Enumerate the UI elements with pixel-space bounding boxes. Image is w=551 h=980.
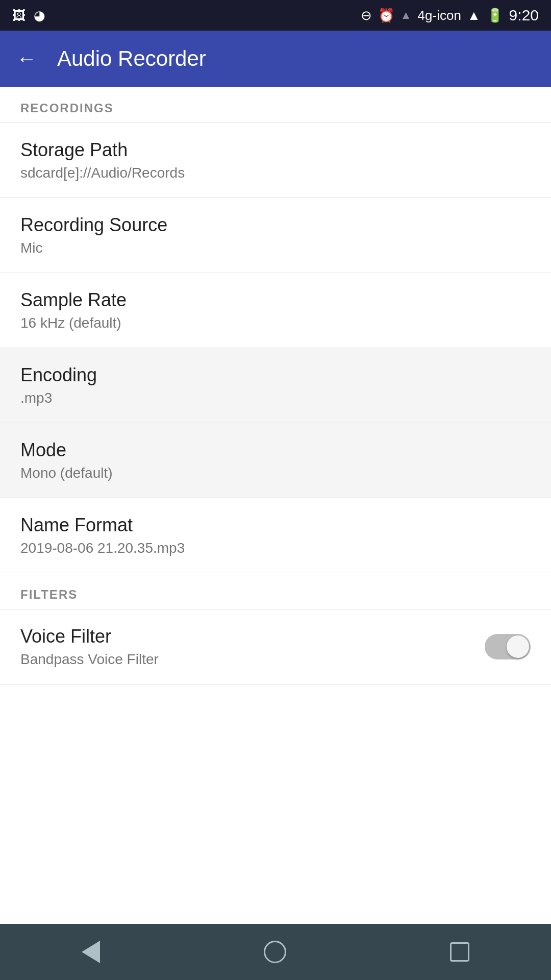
alarm-icon: ⏰ — [378, 8, 394, 23]
settings-item-mode[interactable]: Mode Mono (default) — [0, 423, 551, 498]
nav-home-button[interactable] — [264, 941, 286, 963]
voice-filter-text: Voice Filter Bandpass Voice Filter — [20, 626, 159, 668]
sample-rate-text: Sample Rate 16 kHz (default) — [20, 289, 127, 331]
section-recordings-header: RECORDINGS — [0, 87, 551, 123]
name-format-text: Name Format 2019-08-06 21.20.35.mp3 — [20, 514, 185, 556]
name-format-title: Name Format — [20, 514, 185, 536]
battery-icon: 🔋 — [487, 8, 503, 23]
settings-item-recording-source[interactable]: Recording Source Mic — [0, 198, 551, 273]
settings-item-sample-rate[interactable]: Sample Rate 16 kHz (default) — [0, 273, 551, 348]
recents-square-icon — [450, 942, 469, 962]
section-recordings-label: RECORDINGS — [20, 101, 114, 115]
back-triangle-icon — [82, 941, 100, 963]
app-bar-title: Audio Recorder — [57, 46, 206, 71]
settings-item-voice-filter[interactable]: Voice Filter Bandpass Voice Filter — [0, 609, 551, 684]
status-time: 9:20 — [509, 7, 539, 24]
signal-bars-icon: ▲ — [467, 8, 481, 23]
storage-path-title: Storage Path — [20, 139, 185, 161]
back-button[interactable]: ← — [16, 48, 37, 69]
4g-label: 4g-icon — [418, 8, 461, 23]
image-icon: 🖼 — [12, 8, 26, 23]
recording-source-subtitle: Mic — [20, 240, 167, 256]
mode-subtitle: Mono (default) — [20, 465, 113, 481]
dnd-icon: ⊖ — [361, 8, 372, 23]
voice-filter-title: Voice Filter — [20, 626, 159, 647]
status-bar-left-icons: 🖼 ◕ — [12, 8, 45, 23]
voice-filter-toggle[interactable] — [485, 634, 531, 659]
encoding-title: Encoding — [20, 364, 97, 386]
section-filters-header: FILTERS — [0, 573, 551, 609]
nav-bar — [0, 924, 551, 980]
recording-source-text: Recording Source Mic — [20, 214, 167, 256]
sample-rate-subtitle: 16 kHz (default) — [20, 315, 127, 331]
settings-content: RECORDINGS Storage Path sdcard[e]://Audi… — [0, 87, 551, 924]
voice-filter-subtitle: Bandpass Voice Filter — [20, 651, 159, 668]
settings-item-encoding[interactable]: Encoding .mp3 — [0, 348, 551, 423]
loading-icon: ◕ — [34, 8, 45, 23]
mode-text: Mode Mono (default) — [20, 439, 113, 481]
nav-back-button[interactable] — [82, 941, 100, 963]
status-bar-right-icons: ⊖ ⏰ ▲ 4g-icon ▲ 🔋 9:20 — [361, 7, 539, 24]
name-format-subtitle: 2019-08-06 21.20.35.mp3 — [20, 540, 185, 556]
mode-title: Mode — [20, 439, 113, 461]
encoding-subtitle: .mp3 — [20, 390, 97, 406]
nav-recents-button[interactable] — [450, 942, 469, 962]
settings-item-storage-path[interactable]: Storage Path sdcard[e]://Audio/Records — [0, 123, 551, 198]
status-bar: 🖼 ◕ ⊖ ⏰ ▲ 4g-icon ▲ 🔋 9:20 — [0, 0, 551, 31]
toggle-knob — [507, 635, 529, 658]
signal-no-icon: ▲ — [400, 9, 412, 22]
voice-filter-toggle-container — [485, 634, 531, 659]
app-bar: ← Audio Recorder — [0, 31, 551, 87]
settings-item-name-format[interactable]: Name Format 2019-08-06 21.20.35.mp3 — [0, 498, 551, 573]
storage-path-text: Storage Path sdcard[e]://Audio/Records — [20, 139, 185, 181]
recording-source-title: Recording Source — [20, 214, 167, 236]
encoding-text: Encoding .mp3 — [20, 364, 97, 406]
storage-path-subtitle: sdcard[e]://Audio/Records — [20, 165, 185, 181]
sample-rate-title: Sample Rate — [20, 289, 127, 311]
section-filters-label: FILTERS — [20, 587, 78, 601]
home-circle-icon — [264, 941, 286, 963]
